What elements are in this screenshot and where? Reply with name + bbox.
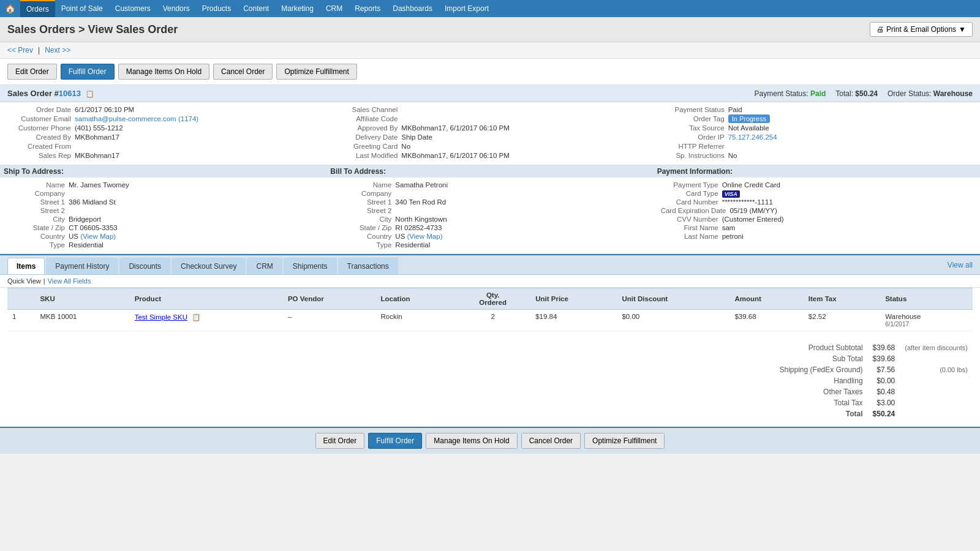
- order-id-link[interactable]: 10613: [59, 89, 81, 98]
- next-link[interactable]: Next >>: [45, 46, 70, 54]
- tab-discounts[interactable]: Discounts: [119, 258, 170, 274]
- payment-info-section: Payment Information: Payment TypeOnline …: [654, 165, 980, 253]
- ship-street1: 386 Midland St: [69, 198, 116, 206]
- col-item-tax: Item Tax: [804, 288, 880, 310]
- top-nav: 🏠 Orders Point of Sale Customers Vendors…: [0, 0, 980, 17]
- payment-first-name: sam: [722, 224, 736, 231]
- tax-source-value: Not Available: [728, 124, 769, 132]
- order-tag-value: In Progress: [728, 115, 770, 122]
- bottom-manage-hold-button[interactable]: Manage Items On Hold: [426, 433, 517, 449]
- order-details-col2: Sales Channel Affiliate Code Approved By…: [326, 102, 653, 165]
- bill-street1: 340 Ten Rod Rd: [395, 198, 446, 206]
- print-email-button[interactable]: 🖨 Print & Email Options ▼: [870, 22, 973, 37]
- nav-crm[interactable]: CRM: [320, 0, 349, 17]
- customer-email-link[interactable]: samatha@pulse-commerce.com: [75, 115, 176, 122]
- view-all-link[interactable]: View all: [948, 261, 973, 269]
- bill-type: Residential: [395, 241, 430, 249]
- row-copy-icon[interactable]: 📋: [192, 313, 200, 321]
- optimize-button[interactable]: Optimize Fulfillment: [276, 64, 356, 80]
- cancel-order-button[interactable]: Cancel Order: [213, 64, 273, 80]
- table-row: 1 MKB 10001 Test Simple SKU 📋 – Rockin 2…: [7, 310, 973, 331]
- total-tax-value: $3.00: [868, 397, 900, 408]
- ship-type: Residential: [69, 241, 104, 249]
- row-po-vendor: –: [283, 310, 376, 331]
- bill-city: North Kingstown: [395, 216, 447, 223]
- copy-icon[interactable]: 📋: [86, 90, 94, 97]
- totals-area: Product Subtotal $39.68 (after item disc…: [0, 339, 980, 427]
- page-title: Sales Orders > View Sales Order: [7, 23, 178, 36]
- email-count-link[interactable]: (1174): [178, 115, 198, 122]
- manage-hold-button[interactable]: Manage Items On Hold: [118, 64, 209, 80]
- nav-customers[interactable]: Customers: [109, 0, 157, 17]
- edit-order-button[interactable]: Edit Order: [7, 64, 57, 80]
- tab-items[interactable]: Items: [7, 258, 45, 274]
- row-item-tax: $2.52: [804, 310, 880, 331]
- bill-view-map-link[interactable]: (View Map): [407, 233, 443, 240]
- card-number-value: ************-1111: [722, 198, 773, 206]
- bill-name: Samatha Petroni: [395, 181, 448, 189]
- tab-crm[interactable]: CRM: [247, 258, 282, 274]
- tab-payment-history[interactable]: Payment History: [46, 258, 118, 274]
- nav-import-export[interactable]: Import Export: [439, 0, 495, 17]
- payment-status-value: Paid: [810, 89, 826, 98]
- nav-orders[interactable]: Orders: [20, 0, 55, 17]
- nav-dashboards[interactable]: Dashboards: [386, 0, 439, 17]
- col-po-vendor: PO Vendor: [283, 288, 376, 310]
- header-bar: Sales Orders > View Sales Order 🖨 Print …: [0, 17, 980, 42]
- product-subtotal-note: (after item discounts): [900, 342, 973, 353]
- grand-total-row: Total $50.24: [775, 408, 973, 419]
- total-handling-row: Handling $0.00: [775, 375, 973, 386]
- other-taxes-value: $0.48: [868, 386, 900, 397]
- order-details-col3: Payment Status Paid Order Tag In Progres…: [654, 102, 980, 165]
- view-all-fields-link[interactable]: View All Fields: [48, 277, 91, 285]
- row-sku: MKB 10001: [35, 310, 129, 331]
- col-unit-discount: Unit Discount: [617, 288, 729, 310]
- total-shipping-row: Shipping (FedEx Ground) $7.56 (0.00 lbs): [775, 364, 973, 375]
- items-table: SKU Product PO Vendor Location Qty.Order…: [7, 288, 973, 331]
- greeting-card-value: No: [401, 143, 410, 150]
- order-date-value: 6/1/2017 06:10 PM: [75, 106, 134, 113]
- row-location: Rockin: [376, 310, 456, 331]
- fulfill-order-button[interactable]: Fulfill Order: [61, 64, 115, 80]
- nav-products[interactable]: Products: [196, 0, 237, 17]
- nav-reports[interactable]: Reports: [349, 0, 386, 17]
- ship-view-map-link[interactable]: (View Map): [80, 233, 116, 240]
- product-link[interactable]: Test Simple SKU: [135, 313, 187, 321]
- cvv-value: (Customer Entered): [722, 216, 784, 223]
- payment-last-name: petroni: [722, 233, 744, 240]
- chevron-down-icon: ▼: [959, 25, 966, 34]
- ship-country: US (View Map): [69, 233, 116, 240]
- nav-vendors[interactable]: Vendors: [157, 0, 196, 17]
- ship-name: Mr. James Twomey: [69, 181, 129, 189]
- ship-city: Bridgeport: [69, 216, 101, 223]
- nav-point-of-sale[interactable]: Point of Sale: [55, 0, 109, 17]
- order-id: Sales Order #10613 📋: [7, 89, 94, 98]
- bottom-fulfill-order-button[interactable]: Fulfill Order: [368, 433, 422, 449]
- sp-instructions-value: No: [728, 152, 737, 159]
- order-ip-link[interactable]: 75.127.246.254: [728, 133, 777, 141]
- nav-content[interactable]: Content: [237, 0, 275, 17]
- quick-view-bar: Quick View | View All Fields: [0, 275, 980, 288]
- prev-link[interactable]: << Prev: [7, 46, 33, 54]
- bottom-optimize-button[interactable]: Optimize Fulfillment: [584, 433, 665, 449]
- bill-to-header: Bill To Address:: [326, 165, 653, 178]
- ship-to-header: Ship To Address:: [0, 165, 326, 178]
- nav-marketing[interactable]: Marketing: [275, 0, 320, 17]
- total-other-taxes-row: Other Taxes $0.48: [775, 386, 973, 397]
- product-subtotal-label: Product Subtotal: [775, 342, 868, 353]
- ship-state-zip: CT 06605-3353: [69, 224, 118, 231]
- payment-status-detail-value: Paid: [728, 106, 742, 113]
- bottom-edit-order-button[interactable]: Edit Order: [315, 433, 365, 449]
- bill-state-zip: RI 02852-4733: [395, 224, 442, 231]
- col-num: [7, 288, 35, 310]
- row-product: Test Simple SKU 📋: [130, 310, 283, 331]
- home-icon[interactable]: 🏠: [5, 4, 15, 13]
- tab-shipments[interactable]: Shipments: [284, 258, 337, 274]
- bottom-cancel-order-button[interactable]: Cancel Order: [521, 433, 581, 449]
- row-unit-price: $19.84: [530, 310, 617, 331]
- tab-checkout-survey[interactable]: Checkout Survey: [172, 258, 246, 274]
- col-product: Product: [130, 288, 283, 310]
- tab-transactions[interactable]: Transactions: [338, 258, 398, 274]
- payment-type-value: Online Credit Card: [722, 181, 780, 189]
- row-num: 1: [7, 310, 35, 331]
